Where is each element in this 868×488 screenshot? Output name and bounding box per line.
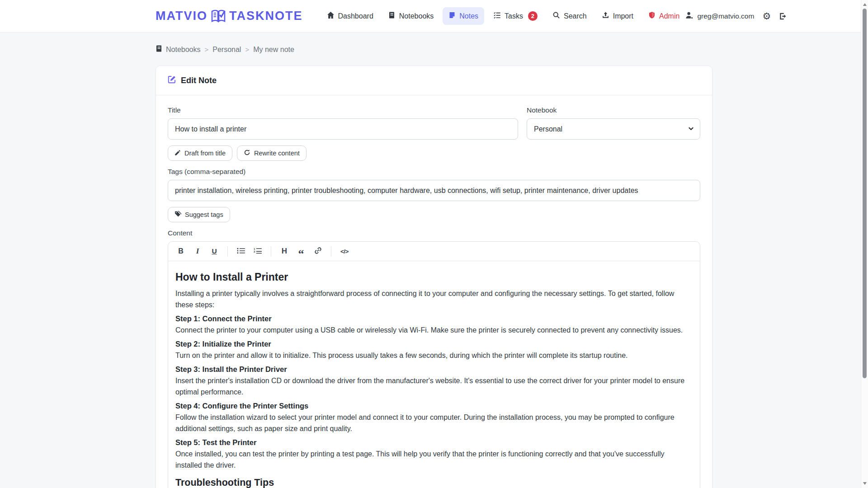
doc-step-heading: Step 4: Configure the Printer Settings — [175, 402, 693, 410]
bold-button[interactable]: B — [174, 245, 188, 258]
doc-section-heading: Troubleshooting Tips — [175, 477, 693, 488]
draft-from-title-button[interactable]: Draft from title — [168, 145, 232, 161]
doc-paragraph: Once installed, you can test the printer… — [175, 448, 693, 471]
link-icon — [314, 247, 322, 256]
ordered-list-button[interactable]: 12 — [250, 245, 265, 258]
page-title: Edit Note — [181, 76, 217, 85]
nav-tasks[interactable]: Tasks 2 — [487, 7, 543, 25]
tags-label: Tags (comma-separated) — [168, 168, 700, 176]
breadcrumb-separator: > — [205, 46, 209, 53]
breadcrumb-separator: > — [245, 46, 249, 53]
edit-note-card: Edit Note Title Notebook Personal — [156, 66, 712, 488]
brand-name-left: MATVIO — [156, 9, 208, 23]
browser-scrollbar[interactable] — [861, 0, 868, 488]
doc-heading: How to Install a Printer — [175, 271, 693, 283]
book-icon — [388, 11, 396, 21]
scrollbar-up-arrow[interactable] — [863, 3, 867, 6]
breadcrumb: Notebooks > Personal > My new note — [156, 45, 712, 54]
refresh-icon — [244, 149, 250, 157]
doc-step-heading: Step 3: Install the Printer Driver — [175, 365, 693, 374]
doc-step-heading: Step 1: Connect the Printer — [175, 314, 693, 323]
pencil-square-icon — [168, 75, 176, 86]
nav-right-cluster: greg@matvio.com ⚙ — [685, 11, 787, 21]
ordered-list-icon: 12 — [254, 247, 262, 256]
suggest-tags-button[interactable]: Suggest tags — [168, 207, 230, 222]
main-nav: Dashboard Notebooks Notes Tasks 2 — [321, 7, 686, 25]
user-icon — [685, 11, 693, 21]
tasks-count-badge: 2 — [528, 11, 538, 21]
tags-input[interactable] — [168, 180, 700, 201]
heading-button[interactable]: H — [277, 245, 292, 258]
upload-icon — [602, 11, 609, 21]
brand-logo[interactable]: MATVIO TASKNOTE — [156, 9, 303, 23]
scrollbar-down-arrow[interactable] — [863, 482, 867, 485]
breadcrumb-notebooks[interactable]: Notebooks — [156, 45, 201, 54]
breadcrumb-current: My new note — [253, 46, 294, 54]
quote-button[interactable]: “ — [294, 245, 308, 258]
card-header: Edit Note — [156, 66, 712, 95]
tag-icon — [175, 211, 181, 219]
doc-paragraph: Insert the printer's installation CD or … — [175, 375, 693, 398]
doc-paragraph: Turn on the printer and allow it to init… — [175, 350, 693, 361]
title-input[interactable] — [168, 118, 518, 140]
note-icon — [448, 11, 456, 21]
nav-notes[interactable]: Notes — [443, 7, 484, 25]
nav-dashboard[interactable]: Dashboard — [321, 7, 379, 25]
toolbar-divider — [227, 246, 228, 257]
editor-toolbar: B I U 12 H “ — [168, 242, 700, 261]
user-menu[interactable]: greg@matvio.com — [685, 11, 754, 21]
home-icon — [327, 11, 335, 21]
title-label: Title — [168, 106, 518, 114]
logout-icon[interactable] — [779, 12, 787, 20]
brand-name-right: TASKNOTE — [229, 9, 303, 23]
book-check-logo-icon — [211, 9, 226, 23]
nav-import[interactable]: Import — [596, 7, 639, 25]
scrollbar-thumb[interactable] — [863, 9, 867, 378]
italic-button[interactable]: I — [190, 245, 205, 258]
list-check-icon — [493, 11, 501, 21]
underline-button[interactable]: U — [207, 245, 222, 258]
settings-gear-icon[interactable]: ⚙ — [762, 11, 771, 21]
link-button[interactable] — [311, 245, 325, 258]
toolbar-divider — [331, 246, 331, 257]
shield-icon — [648, 11, 656, 21]
top-navbar: MATVIO TASKNOTE Dashboard — [0, 0, 868, 33]
toolbar-divider — [271, 246, 271, 257]
book-icon — [156, 45, 163, 54]
content-label: Content — [168, 229, 700, 237]
nav-search[interactable]: Search — [547, 7, 593, 25]
rewrite-content-button[interactable]: Rewrite content — [237, 145, 307, 161]
nav-admin[interactable]: Admin — [642, 7, 685, 25]
search-icon — [552, 11, 560, 21]
editor-content[interactable]: How to Install a Printer Installing a pr… — [168, 261, 700, 488]
nav-notebooks[interactable]: Notebooks — [382, 7, 440, 25]
doc-step-heading: Step 2: Initialize the Printer — [175, 340, 693, 348]
rich-text-editor: B I U 12 H “ — [168, 241, 700, 488]
breadcrumb-personal[interactable]: Personal — [212, 46, 241, 54]
doc-paragraph: Connect the printer to your computer usi… — [175, 324, 693, 336]
doc-paragraph: Follow the installation wizard to select… — [175, 412, 693, 434]
bullet-list-icon — [237, 247, 245, 256]
notebook-select[interactable]: Personal — [527, 118, 700, 140]
user-email: greg@matvio.com — [697, 12, 754, 20]
pencil-icon — [175, 150, 181, 157]
bullet-list-button[interactable] — [234, 245, 248, 258]
svg-text:2: 2 — [254, 249, 255, 253]
doc-step-heading: Step 5: Test the Printer — [175, 438, 693, 447]
code-button[interactable]: </> — [337, 245, 352, 258]
doc-paragraph: Installing a printer typically involves … — [175, 288, 693, 310]
notebook-label: Notebook — [527, 106, 700, 114]
